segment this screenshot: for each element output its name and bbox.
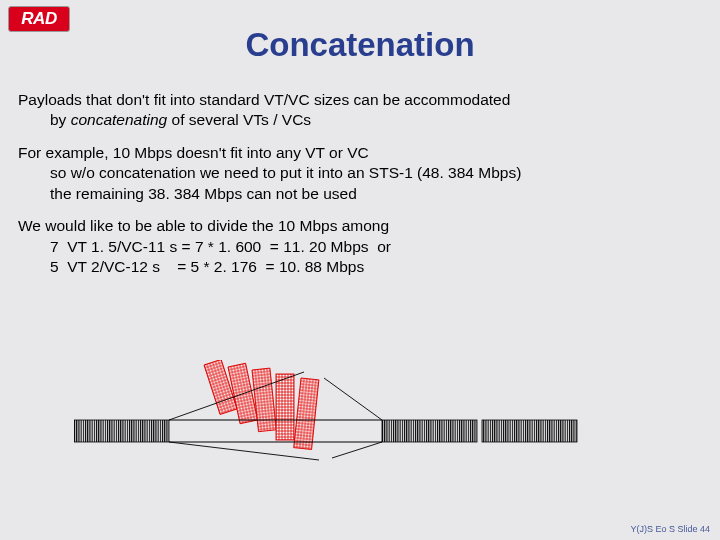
slide-title: Concatenation <box>0 26 720 64</box>
paragraph-3: We would like to be able to divide the 1… <box>18 216 702 277</box>
paragraph-1: Payloads that don't fit into standard VT… <box>18 90 702 131</box>
p3-line3: 5 VT 2/VC-12 s = 5 * 2. 176 = 10. 88 Mbp… <box>18 257 702 277</box>
p1-line2-post: of several VTs / VCs <box>167 111 311 128</box>
p1-line2-ital: concatenating <box>71 111 168 128</box>
concatenation-diagram <box>74 360 614 480</box>
svg-rect-2 <box>74 420 169 442</box>
p3-line2: 7 VT 1. 5/VC-11 s = 7 * 1. 600 = 11. 20 … <box>18 237 702 257</box>
p1-line1: Payloads that don't fit into standard VT… <box>18 90 702 110</box>
slide-footer: Y(J)S Eo S Slide 44 <box>630 524 710 534</box>
p1-line2-pre: by <box>50 111 71 128</box>
p2-line1: For example, 10 Mbps doesn't fit into an… <box>18 143 702 163</box>
slide-body: Payloads that don't fit into standard VT… <box>18 90 702 290</box>
svg-rect-3 <box>382 420 477 442</box>
svg-rect-4 <box>482 420 577 442</box>
p2-line3: the remaining 38. 384 Mbps can not be us… <box>18 184 702 204</box>
p1-line2: by concatenating of several VTs / VCs <box>18 110 702 130</box>
svg-rect-9 <box>294 378 319 449</box>
diagram-svg <box>74 360 614 480</box>
svg-line-15 <box>332 442 382 458</box>
paragraph-2: For example, 10 Mbps doesn't fit into an… <box>18 143 702 204</box>
svg-line-14 <box>324 378 382 420</box>
p2-line2: so w/o concatenation we need to put it i… <box>18 163 702 183</box>
svg-rect-8 <box>276 374 294 440</box>
p3-line1: We would like to be able to divide the 1… <box>18 216 702 236</box>
svg-rect-7 <box>252 368 276 432</box>
